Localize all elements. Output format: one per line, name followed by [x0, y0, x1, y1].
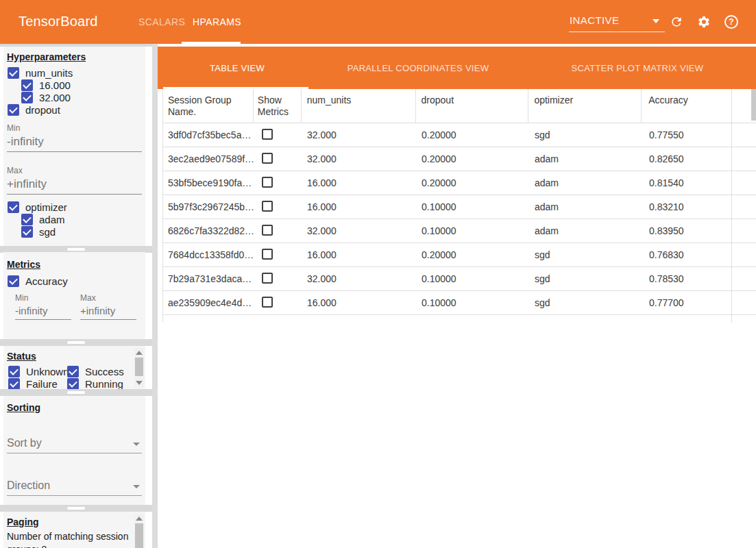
optimizer-adam-label: adam	[39, 214, 65, 225]
column-header-show-metrics[interactable]: Show Metrics	[254, 89, 302, 123]
status-failure-checkbox[interactable]	[8, 378, 20, 390]
gear-icon[interactable]	[697, 15, 711, 29]
optimizer-checkbox[interactable]	[8, 201, 19, 213]
dropout-cell: 0.10000	[416, 297, 529, 308]
optimizer-cell: sgd	[529, 273, 642, 284]
dropout-min-input[interactable]	[7, 135, 142, 152]
paging-panel: Paging Number of matching session groups…	[3, 512, 145, 548]
panel-divider	[0, 505, 152, 512]
show-metrics-checkbox[interactable]	[262, 177, 273, 188]
status-scrollbar[interactable]	[134, 348, 144, 388]
paging-title: Paging	[7, 516, 39, 527]
scrollbar-thumb[interactable]	[135, 523, 143, 548]
scrollbar-thumb[interactable]	[135, 358, 143, 376]
column-header-num-units[interactable]: num_units	[302, 89, 416, 123]
accuracy-checkbox[interactable]	[8, 275, 19, 287]
metric-max-input[interactable]	[80, 305, 136, 320]
hparam-row-optimizer: optimizer	[8, 201, 67, 213]
num-units-checkbox[interactable]	[8, 67, 19, 79]
tab-parallel-coordinates-view[interactable]: PARALLEL COORDINATES VIEW	[347, 63, 489, 73]
top-toolbar: TensorBoard SCALARS HPARAMS INACTIVE ?	[0, 0, 756, 44]
accuracy-label: Accuracy	[25, 275, 68, 287]
dropout-checkbox[interactable]	[8, 104, 19, 116]
num-units-16-checkbox[interactable]	[21, 79, 33, 91]
show-metrics-checkbox[interactable]	[262, 297, 273, 308]
hparams-main-pane: TABLE VIEW PARALLEL COORDINATES VIEW SCA…	[158, 44, 756, 548]
status-row: Failure Running	[8, 377, 123, 389]
column-header-dropout[interactable]: dropout	[416, 89, 529, 123]
dropout-cell: 0.10000	[416, 225, 529, 236]
tab-table-view[interactable]: TABLE VIEW	[210, 63, 265, 73]
optimizer-cell: sgd	[529, 297, 642, 308]
num-units-32-checkbox[interactable]	[21, 92, 33, 103]
table-row: 3df0d7cf35bec5a… 32.000 0.20000 sgd 0.77…	[163, 123, 756, 147]
column-header-accuracy[interactable]: Accuracy	[642, 89, 731, 123]
num-units-cell: 16.000	[302, 249, 416, 260]
chevron-down-icon	[653, 19, 659, 23]
show-metrics-checkbox[interactable]	[262, 249, 273, 260]
accuracy-cell: 0.82650	[642, 153, 731, 164]
panel-resize-handle[interactable]	[67, 341, 85, 344]
optimizer-cell: sgd	[529, 249, 642, 260]
sidebar-main-divider[interactable]	[152, 44, 158, 548]
show-metrics-cell	[254, 273, 302, 286]
sort-by-dropdown[interactable]: Sort by	[7, 436, 142, 453]
tab-scatter-plot-matrix-view[interactable]: SCATTER PLOT MATRIX VIEW	[572, 63, 704, 73]
show-metrics-checkbox[interactable]	[262, 273, 273, 284]
tab-scalars[interactable]: SCALARS	[138, 16, 185, 27]
hparam-value-row: sgd	[21, 225, 56, 238]
status-success-label: Success	[85, 366, 124, 377]
show-metrics-cell	[254, 201, 302, 214]
show-metrics-checkbox[interactable]	[262, 129, 273, 140]
accuracy-cell: 0.76830	[642, 249, 731, 260]
column-header-session-group-name[interactable]: Session Group Name.	[163, 89, 254, 123]
dropout-max-input[interactable]	[7, 177, 142, 195]
scroll-up-arrow-icon[interactable]	[136, 516, 143, 521]
session-groups-table: Session Group Name. Show Metrics num_uni…	[162, 89, 756, 323]
num-units-label: num_units	[25, 67, 73, 79]
table-scrollbar-thumb[interactable]	[751, 89, 756, 121]
table-header-row: Session Group Name. Show Metrics num_uni…	[163, 89, 756, 123]
direction-dropdown[interactable]: Direction	[7, 478, 142, 496]
help-glyph: ?	[729, 17, 733, 27]
status-success-checkbox[interactable]	[67, 366, 79, 377]
column-header-optimizer[interactable]: optimizer	[528, 89, 642, 123]
panel-resize-handle[interactable]	[67, 248, 85, 251]
scroll-down-arrow-icon[interactable]	[136, 381, 143, 385]
scroll-up-arrow-icon[interactable]	[136, 351, 143, 355]
refresh-icon[interactable]	[670, 15, 683, 29]
view-tab-bar: TABLE VIEW PARALLEL COORDINATES VIEW SCA…	[158, 47, 756, 89]
status-unknown-checkbox[interactable]	[8, 366, 20, 377]
show-metrics-cell	[254, 153, 302, 166]
optimizer-sgd-checkbox[interactable]	[21, 226, 33, 238]
session-group-name-cell: 3ec2aed9e07589f…	[163, 153, 254, 164]
show-metrics-cell	[254, 225, 302, 238]
status-title: Status	[7, 351, 36, 362]
show-metrics-checkbox[interactable]	[262, 201, 273, 212]
panel-resize-handle[interactable]	[67, 507, 85, 510]
show-metrics-checkbox[interactable]	[262, 225, 273, 236]
paging-scrollbar[interactable]	[134, 514, 144, 548]
show-metrics-cell	[254, 297, 302, 310]
optimizer-adam-checkbox[interactable]	[21, 214, 33, 225]
accuracy-cell: 0.77550	[642, 129, 731, 140]
metrics-title: Metrics	[7, 259, 40, 270]
chevron-down-icon	[133, 485, 140, 488]
metric-min-input[interactable]	[15, 305, 71, 320]
show-metrics-checkbox[interactable]	[262, 153, 273, 164]
hparam-row-dropout: dropout	[8, 103, 60, 116]
accuracy-cell: 0.83210	[642, 201, 731, 212]
num-units-cell: 16.000	[302, 297, 416, 308]
status-running-checkbox[interactable]	[67, 378, 79, 390]
show-metrics-cell	[254, 249, 302, 262]
accuracy-cell: 0.78530	[642, 273, 731, 284]
optimizer-cell: sgd	[529, 129, 642, 140]
num-units-32-label: 32.000	[39, 92, 71, 103]
runs-selector-dropdown[interactable]: INACTIVE	[569, 12, 665, 32]
tab-hparams[interactable]: HPARAMS	[193, 16, 241, 27]
sorting-panel: Sorting Sort by Direction	[3, 396, 145, 505]
panel-resize-handle[interactable]	[67, 391, 85, 394]
help-icon[interactable]: ?	[724, 15, 738, 29]
accuracy-cell: 0.77700	[642, 297, 731, 308]
session-group-name-cell: 53bf5bece9190fa…	[163, 177, 254, 188]
